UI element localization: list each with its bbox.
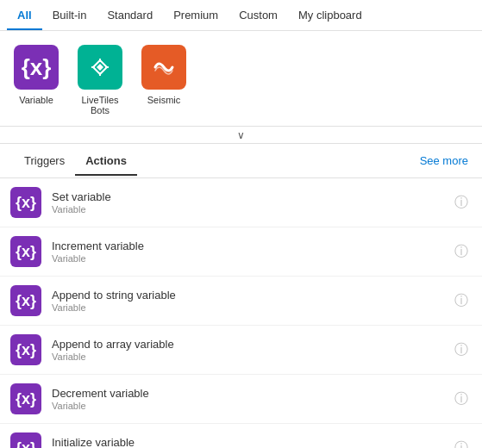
seismic-icon-label: Seismic	[147, 95, 181, 105]
sub-tabs-left: Triggers Actions	[14, 147, 137, 175]
action-subtitle-0: Variable	[52, 204, 444, 215]
action-item[interactable]: {x} Append to string variable Variable ⓘ	[0, 277, 482, 326]
action-icon-3: {x}	[10, 334, 41, 365]
action-item[interactable]: {x} Initialize variable Variable ⓘ	[0, 424, 482, 448]
info-icon-2[interactable]: ⓘ	[454, 292, 468, 310]
tab-myclipboard[interactable]: My clipboard	[288, 2, 372, 30]
icon-item-livetiles[interactable]: LiveTiles Bots	[72, 45, 128, 115]
action-text-3: Append to array variable Variable	[52, 338, 444, 362]
tab-all[interactable]: All	[7, 2, 42, 30]
action-title-4: Decrement variable	[52, 387, 444, 400]
action-title-3: Append to array variable	[52, 338, 444, 351]
action-text-1: Increment variable Variable	[52, 240, 444, 264]
action-title-1: Increment variable	[52, 240, 444, 252]
action-icon-4: {x}	[10, 383, 41, 414]
icon-item-seismic[interactable]: Seismic	[141, 45, 186, 105]
tab-premium[interactable]: Premium	[163, 2, 228, 30]
action-item[interactable]: {x} Increment variable Variable ⓘ	[0, 227, 482, 277]
action-item[interactable]: {x} Set variable Variable ⓘ	[0, 178, 482, 227]
collapse-arrow[interactable]: ∨	[0, 127, 482, 144]
action-list-wrap: {x} Set variable Variable ⓘ {x} Incremen…	[0, 178, 482, 448]
seismic-icon	[141, 45, 186, 90]
sub-tabs-bar: Triggers Actions See more	[0, 144, 482, 178]
tab-builtin[interactable]: Built-in	[42, 2, 97, 30]
subtab-triggers[interactable]: Triggers	[14, 147, 75, 176]
action-item[interactable]: {x} Append to array variable Variable ⓘ	[0, 326, 482, 375]
lower-section: Triggers Actions See more {x} Set variab…	[0, 144, 482, 448]
tab-standard[interactable]: Standard	[97, 2, 163, 30]
action-subtitle-3: Variable	[52, 352, 444, 362]
action-icon-2: {x}	[10, 285, 41, 316]
action-subtitle-4: Variable	[52, 401, 444, 411]
tabs-bar: All Built-in Standard Premium Custom My …	[0, 0, 482, 31]
action-text-4: Decrement variable Variable	[52, 387, 444, 411]
action-subtitle-2: Variable	[52, 302, 444, 313]
info-icon-0[interactable]: ⓘ	[454, 194, 468, 212]
info-icon-1[interactable]: ⓘ	[454, 243, 468, 261]
action-icon-5: {x}	[10, 432, 41, 448]
action-text-0: Set variable Variable	[52, 190, 444, 215]
action-text-2: Append to string variable Variable	[52, 289, 444, 313]
tab-custom[interactable]: Custom	[228, 2, 288, 30]
livetiles-icon	[78, 45, 122, 90]
livetiles-icon-label: LiveTiles Bots	[72, 95, 128, 115]
see-more-link[interactable]: See more	[420, 154, 468, 167]
variable-icon: {x}	[14, 45, 59, 90]
icons-section: {x} Variable LiveTiles Bots Seismic	[0, 31, 482, 127]
action-icon-1: {x}	[10, 236, 41, 267]
subtab-actions[interactable]: Actions	[75, 147, 137, 176]
action-list: {x} Set variable Variable ⓘ {x} Incremen…	[0, 178, 482, 448]
collapse-arrow-icon: ∨	[237, 129, 245, 141]
info-icon-3[interactable]: ⓘ	[454, 341, 468, 359]
variable-icon-label: Variable	[19, 95, 53, 105]
action-icon-0: {x}	[10, 187, 41, 218]
icon-item-variable[interactable]: {x} Variable	[14, 45, 59, 105]
action-title-2: Append to string variable	[52, 289, 444, 302]
info-icon-4[interactable]: ⓘ	[454, 390, 468, 408]
action-title-5: Initialize variable	[52, 436, 444, 448]
action-title-0: Set variable	[52, 190, 444, 203]
action-text-5: Initialize variable Variable	[52, 436, 444, 448]
action-subtitle-1: Variable	[52, 253, 444, 264]
info-icon-5[interactable]: ⓘ	[454, 439, 468, 449]
action-item[interactable]: {x} Decrement variable Variable ⓘ	[0, 375, 482, 424]
